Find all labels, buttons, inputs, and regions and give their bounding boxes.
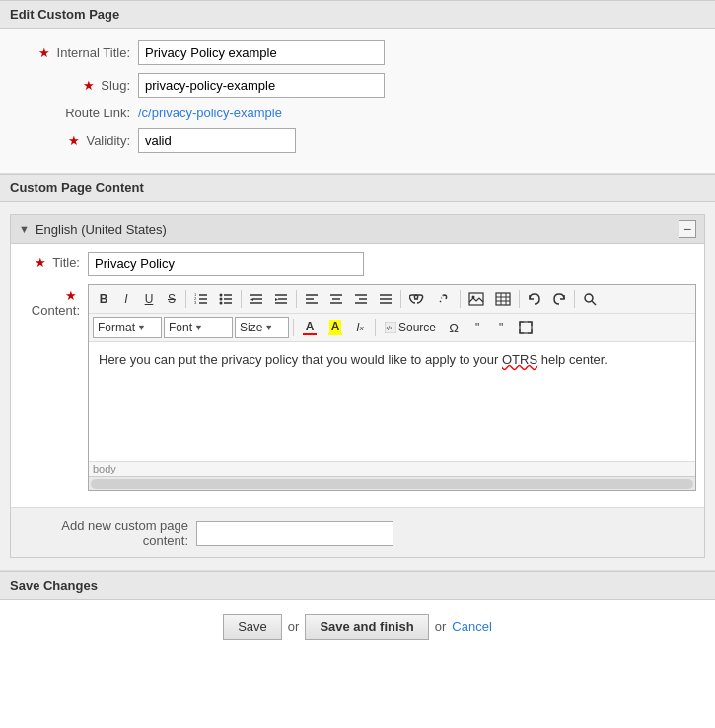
toolbar-separator-1 bbox=[185, 290, 186, 308]
special-char-button[interactable]: Ω bbox=[443, 317, 465, 338]
panel-lang-label: English (United States) bbox=[36, 222, 167, 237]
svg-point-10 bbox=[220, 298, 223, 301]
panel-collapse-button[interactable]: − bbox=[679, 220, 696, 238]
required-star: ★ bbox=[38, 45, 50, 60]
bg-color-button[interactable]: A bbox=[323, 317, 347, 338]
action-row: Save or Save and finish or Cancel bbox=[0, 600, 715, 654]
toolbar-separator-7 bbox=[574, 290, 575, 308]
title-field-input[interactable] bbox=[88, 252, 364, 276]
required-star-title: ★ bbox=[35, 255, 46, 270]
save-button[interactable]: Save bbox=[223, 614, 282, 640]
clear-format-button[interactable]: Ix bbox=[349, 317, 371, 338]
internal-title-input[interactable] bbox=[138, 40, 385, 65]
font-select-arrow: ▼ bbox=[194, 323, 203, 332]
align-right-button[interactable] bbox=[349, 288, 373, 310]
validity-row: ★ Validity: bbox=[0, 128, 715, 153]
toolbar-separator-2 bbox=[241, 290, 242, 308]
editor-scrollbar[interactable] bbox=[89, 476, 695, 490]
svg-text:‹/›: ‹/› bbox=[386, 325, 393, 331]
toolbar-separator-4 bbox=[400, 290, 401, 308]
save-changes-header: Save Changes bbox=[0, 571, 715, 600]
page-title: Edit Custom Page bbox=[10, 7, 119, 22]
strikethrough-button[interactable]: S bbox=[161, 288, 182, 310]
indent-button[interactable] bbox=[269, 288, 293, 310]
toolbar-separator-5 bbox=[460, 290, 461, 308]
form-section: ★ Internal Title: ★ Slug: Route Link: /c… bbox=[0, 29, 715, 174]
bold-button[interactable]: B bbox=[93, 288, 114, 310]
quote-button[interactable]: " bbox=[490, 317, 512, 338]
toolbar-separator-6 bbox=[519, 290, 520, 308]
svg-marker-15 bbox=[250, 298, 253, 301]
content-section-header: Custom Page Content bbox=[0, 174, 715, 202]
outdent-button[interactable] bbox=[245, 288, 268, 310]
size-select-arrow: ▼ bbox=[264, 323, 273, 332]
unlink-button[interactable] bbox=[431, 288, 457, 310]
source-button[interactable]: ‹/› Source bbox=[380, 317, 441, 338]
content-row: ★ Content: B I U S 123 bbox=[19, 284, 696, 491]
svg-point-9 bbox=[220, 294, 223, 297]
search-button[interactable] bbox=[578, 288, 602, 310]
svg-point-40 bbox=[585, 294, 593, 302]
format-select-arrow: ▼ bbox=[137, 323, 146, 332]
size-select[interactable]: Size ▼ bbox=[235, 317, 289, 338]
internal-title-label: ★ Internal Title: bbox=[10, 45, 138, 60]
toolbar-row1: B I U S 123 bbox=[89, 285, 695, 314]
add-content-input[interactable] bbox=[196, 521, 393, 546]
internal-title-row: ★ Internal Title: bbox=[0, 40, 715, 65]
or-text-2: or bbox=[435, 619, 447, 634]
route-link[interactable]: /c/privacy-policy-example bbox=[138, 106, 282, 120]
save-and-finish-button[interactable]: Save and finish bbox=[305, 614, 428, 640]
slug-input[interactable] bbox=[138, 73, 385, 98]
route-link-row: Route Link: /c/privacy-policy-example bbox=[0, 106, 715, 120]
required-star-slug: ★ bbox=[83, 78, 95, 93]
svg-rect-44 bbox=[520, 322, 532, 333]
justify-button[interactable] bbox=[374, 288, 397, 310]
svg-rect-33 bbox=[469, 293, 483, 305]
blockquote-button[interactable]: " bbox=[466, 317, 488, 338]
or-text-1: or bbox=[288, 619, 300, 634]
slug-row: ★ Slug: bbox=[0, 73, 715, 98]
font-select[interactable]: Font ▼ bbox=[164, 317, 233, 338]
align-left-button[interactable] bbox=[300, 288, 323, 310]
content-field-label: ★ Content: bbox=[19, 284, 88, 318]
panel-header-left: ▼ English (United States) bbox=[19, 222, 167, 237]
otrs-text: OTRS bbox=[502, 352, 537, 367]
scrollbar-track bbox=[91, 479, 693, 489]
image-button[interactable] bbox=[464, 288, 489, 310]
svg-line-41 bbox=[592, 301, 596, 305]
language-panel: ▼ English (United States) − ★ Title: ★ C… bbox=[10, 214, 705, 558]
maximize-button[interactable] bbox=[514, 317, 537, 338]
table-button[interactable] bbox=[490, 288, 516, 310]
collapse-arrow-icon[interactable]: ▼ bbox=[19, 223, 30, 235]
validity-label: ★ Validity: bbox=[10, 133, 138, 148]
add-content-row: Add new custom page content: bbox=[11, 507, 704, 557]
required-star-validity: ★ bbox=[68, 133, 80, 148]
toolbar-row2: Format ▼ Font ▼ Size ▼ A bbox=[89, 314, 695, 342]
page-header: Edit Custom Page bbox=[0, 0, 715, 29]
svg-marker-19 bbox=[275, 298, 278, 301]
ordered-list-button[interactable]: 123 bbox=[189, 288, 213, 310]
title-row: ★ Title: bbox=[19, 252, 696, 276]
cancel-button[interactable]: Cancel bbox=[452, 619, 491, 634]
svg-text:3: 3 bbox=[194, 300, 197, 305]
unordered-list-button[interactable] bbox=[214, 288, 238, 310]
undo-button[interactable] bbox=[523, 288, 546, 310]
editor-content[interactable]: Here you can put the privacy policy that… bbox=[89, 342, 695, 461]
toolbar2-separator-1 bbox=[293, 319, 294, 336]
required-star-content: ★ bbox=[65, 288, 77, 303]
format-select[interactable]: Format ▼ bbox=[93, 317, 162, 338]
panel-body: ★ Title: ★ Content: B I U S bbox=[11, 244, 704, 507]
validity-input[interactable] bbox=[138, 128, 296, 153]
italic-button[interactable]: I bbox=[115, 288, 137, 310]
font-color-button[interactable]: A bbox=[298, 317, 322, 338]
editor-statusbar: body bbox=[89, 461, 695, 476]
title-field-label: ★ Title: bbox=[19, 252, 88, 270]
redo-button[interactable] bbox=[547, 288, 571, 310]
align-center-button[interactable] bbox=[324, 288, 348, 310]
toolbar-separator-3 bbox=[296, 290, 297, 308]
content-section: ▼ English (United States) − ★ Title: ★ C… bbox=[0, 202, 715, 571]
link-button[interactable] bbox=[404, 288, 430, 310]
underline-button[interactable]: U bbox=[138, 288, 160, 310]
svg-point-11 bbox=[220, 302, 223, 305]
slug-label: ★ Slug: bbox=[10, 78, 138, 93]
